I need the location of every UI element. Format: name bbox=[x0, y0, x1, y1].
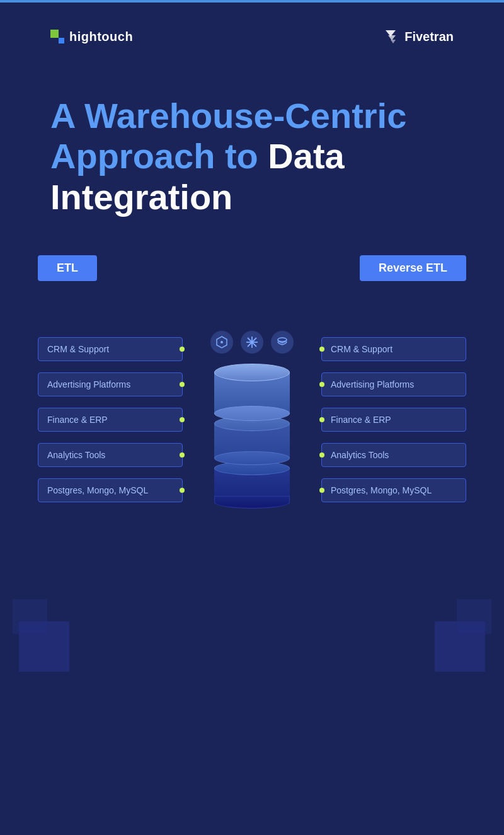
svg-point-34 bbox=[251, 341, 253, 343]
left-databases-box: Postgres, Mongo, MySQL bbox=[38, 478, 183, 502]
svg-point-29 bbox=[220, 341, 223, 343]
left-analytics-tools-box: Analytics Tools bbox=[38, 443, 183, 467]
hightouch-name: hightouch bbox=[69, 30, 133, 44]
labels-row: ETL Reverse ETL bbox=[38, 255, 466, 281]
hightouch-icon-square1 bbox=[50, 30, 59, 38]
database-icon-snowflake bbox=[241, 331, 263, 354]
header: hightouch Fivetran bbox=[0, 3, 504, 58]
hero-title-bold: Data bbox=[268, 136, 344, 176]
hero-title-part1: A Warehouse-Centric bbox=[50, 96, 406, 135]
decorative-section bbox=[0, 565, 504, 678]
left-crm-support-box: CRM & Support bbox=[38, 337, 183, 361]
right-column: CRM & Support Advertising Platforms Fina… bbox=[321, 337, 466, 502]
right-advertising-platforms-box: Advertising Platforms bbox=[321, 372, 466, 396]
hero-section: A Warehouse-Centric Approach to Data Int… bbox=[0, 58, 504, 243]
deco-square-top-right bbox=[457, 599, 491, 634]
fivetran-logo: Fivetran bbox=[382, 28, 454, 45]
deco-square-top-left bbox=[13, 599, 47, 634]
left-finance-erp-box: Finance & ERP bbox=[38, 408, 183, 432]
fivetran-name: Fivetran bbox=[404, 30, 454, 44]
left-advertising-platforms-box: Advertising Platforms bbox=[38, 372, 183, 396]
etl-label: ETL bbox=[38, 255, 97, 281]
database-icon-layers bbox=[271, 331, 294, 354]
right-crm-support-box: CRM & Support bbox=[321, 337, 466, 361]
diagram-section: ETL Reverse ETL CRM & Support Advertisin… bbox=[0, 243, 504, 565]
right-analytics-tools-box: Analytics Tools bbox=[321, 443, 466, 467]
right-finance-erp-box: Finance & ERP bbox=[321, 408, 466, 432]
fivetran-icon bbox=[382, 28, 399, 45]
hightouch-icon bbox=[50, 30, 64, 43]
center-database bbox=[183, 331, 321, 509]
hero-title-part3: Integration bbox=[50, 177, 232, 217]
database-icon-hex bbox=[210, 331, 233, 354]
svg-point-35 bbox=[278, 338, 287, 342]
db-icons-row bbox=[210, 331, 294, 354]
diagram-main: CRM & Support Advertising Platforms Fina… bbox=[38, 300, 466, 539]
retl-label: Reverse ETL bbox=[360, 255, 466, 281]
left-column: CRM & Support Advertising Platforms Fina… bbox=[38, 337, 183, 502]
hero-title: A Warehouse-Centric Approach to Data Int… bbox=[50, 96, 454, 217]
hightouch-icon-square2 bbox=[59, 38, 64, 43]
right-databases-box: Postgres, Mongo, MySQL bbox=[321, 478, 466, 502]
hightouch-logo: hightouch bbox=[50, 30, 133, 44]
hero-title-part2: Approach to bbox=[50, 136, 268, 176]
page-container: hightouch Fivetran A Warehouse-Centric A… bbox=[0, 0, 504, 835]
